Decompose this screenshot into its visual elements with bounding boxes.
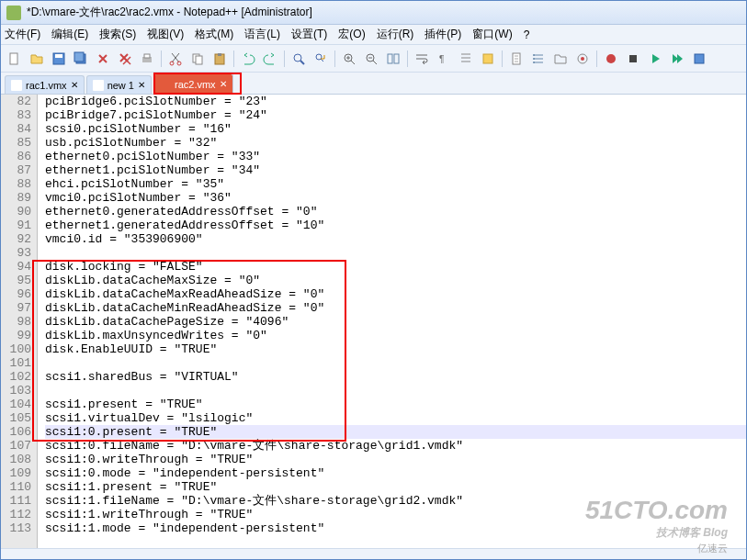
code-line[interactable]: ethernet1.pciSlotNumber = "34" xyxy=(45,163,746,177)
code-line[interactable]: diskLib.dataCacheMaxSize = "0" xyxy=(45,274,746,287)
svg-rect-0 xyxy=(10,53,17,64)
save-all-icon[interactable] xyxy=(71,49,91,69)
menubar: 文件(F) 编辑(E) 搜索(S) 视图(V) 格式(M) 语言(L) 设置(T… xyxy=(1,25,746,45)
code-line[interactable]: scsi1:1.writeThrough = "TRUE" xyxy=(45,508,746,521)
line-number: 82 xyxy=(1,95,31,108)
folder-workspace-icon[interactable] xyxy=(550,49,571,69)
code-line[interactable]: scsi1:0.mode = "independent-persistent" xyxy=(45,466,746,480)
code-line[interactable]: ethernet1.generatedAddressOffset = "10" xyxy=(45,218,746,232)
code-line[interactable]: scsi1.present = "TRUE" xyxy=(45,398,746,411)
code-line[interactable]: vmci0.id = "353906900" xyxy=(45,232,746,246)
tab-rac1[interactable]: rac1.vmx ✕ xyxy=(5,75,85,94)
code-line[interactable]: scsi1.sharedBus = "VIRTUAL" xyxy=(45,370,746,384)
line-number: 85 xyxy=(1,136,31,150)
user-lang-icon[interactable] xyxy=(478,49,498,69)
doc-map-icon[interactable] xyxy=(506,49,526,69)
line-number: 84 xyxy=(1,122,31,136)
play-macro-icon[interactable] xyxy=(645,49,665,69)
code-area[interactable]: pciBridge6.pciSlotNumber = "23"pciBridge… xyxy=(38,95,746,550)
line-number: 99 xyxy=(1,329,31,342)
code-line[interactable]: usb.pciSlotNumber = "32" xyxy=(45,136,746,150)
menu-edit[interactable]: 编辑(E) xyxy=(51,27,88,42)
open-file-icon[interactable] xyxy=(27,49,47,69)
code-line[interactable]: diskLib.dataCacheMaxReadAheadSize = "0" xyxy=(45,287,746,301)
tab-close-icon[interactable]: ✕ xyxy=(220,79,227,89)
new-file-icon[interactable] xyxy=(5,49,25,69)
toolbar-separator xyxy=(233,50,234,67)
menu-macro[interactable]: 宏(O) xyxy=(338,27,365,42)
line-number: 98 xyxy=(1,315,31,329)
menu-window[interactable]: 窗口(W) xyxy=(472,27,512,42)
code-line[interactable]: scsi1:1.fileName = "D:\vmare-文件\share-st… xyxy=(45,494,746,508)
paste-icon[interactable] xyxy=(209,49,230,69)
record-macro-icon[interactable] xyxy=(601,49,621,69)
code-line[interactable]: diskLib.dataCacheMinReadAheadSize = "0" xyxy=(45,301,746,315)
menu-format[interactable]: 格式(M) xyxy=(195,27,233,42)
code-line[interactable]: scsi1:0.fileName = "D:\vmare-文件\share-st… xyxy=(45,439,746,453)
svg-rect-12 xyxy=(218,53,221,56)
tab-close-icon[interactable]: ✕ xyxy=(71,80,78,90)
wordwrap-icon[interactable] xyxy=(412,49,432,69)
function-list-icon[interactable] xyxy=(528,49,549,69)
line-number: 107 xyxy=(1,439,31,453)
code-line[interactable]: disk.locking = "FALSE" xyxy=(45,260,746,274)
code-line[interactable]: scsi1.virtualDev = "lsilogic" xyxy=(45,411,746,425)
menu-plugins[interactable]: 插件(P) xyxy=(424,27,461,42)
code-line[interactable]: diskLib.maxUnsyncedWrites = "0" xyxy=(45,329,746,342)
code-line[interactable] xyxy=(45,356,746,370)
find-icon[interactable] xyxy=(289,49,309,69)
menu-file[interactable]: 文件(F) xyxy=(5,27,40,42)
sync-scroll-icon[interactable] xyxy=(383,49,403,69)
tab-rac2[interactable]: rac2.vmx ✕ xyxy=(153,73,233,94)
tab-new1[interactable]: new 1 ✕ xyxy=(86,75,152,94)
toolbar-separator xyxy=(596,50,597,67)
menu-language[interactable]: 语言(L) xyxy=(244,27,280,42)
code-line[interactable]: scsi1:1.present = "TRUE" xyxy=(45,480,746,494)
file-icon xyxy=(160,79,171,90)
tab-close-icon[interactable]: ✕ xyxy=(138,80,145,90)
code-line[interactable]: vmci0.pciSlotNumber = "36" xyxy=(45,191,746,205)
code-line[interactable]: ethernet0.generatedAddressOffset = "0" xyxy=(45,205,746,218)
code-line[interactable]: scsi1:1.mode = "independent-persistent" xyxy=(45,521,746,535)
svg-point-26 xyxy=(581,57,584,61)
line-number: 102 xyxy=(1,370,31,384)
zoom-in-icon[interactable] xyxy=(339,49,359,69)
monitoring-icon[interactable] xyxy=(572,49,593,69)
cloud-logo: 亿速云 xyxy=(697,542,728,555)
editor[interactable]: 8283848586878889909192939495969798991001… xyxy=(1,95,746,550)
undo-icon[interactable] xyxy=(238,49,258,69)
print-icon[interactable] xyxy=(137,49,157,69)
file-icon xyxy=(93,80,104,91)
code-line[interactable]: pciBridge7.pciSlotNumber = "24" xyxy=(45,108,746,122)
code-line[interactable]: scsi1:0.present = "TRUE" xyxy=(45,425,746,439)
code-line[interactable]: scsi1:0.writeThrough = "TRUE" xyxy=(45,453,746,466)
menu-run[interactable]: 运行(R) xyxy=(377,27,414,42)
code-line[interactable]: pciBridge6.pciSlotNumber = "23" xyxy=(45,95,746,108)
code-line[interactable]: scsi0.pciSlotNumber = "16" xyxy=(45,122,746,136)
menu-settings[interactable]: 设置(T) xyxy=(291,27,327,42)
code-line[interactable]: diskLib.dataCachePageSize = "4096" xyxy=(45,315,746,329)
menu-view[interactable]: 视图(V) xyxy=(147,27,184,42)
code-line[interactable]: ethernet0.pciSlotNumber = "33" xyxy=(45,150,746,163)
save-icon[interactable] xyxy=(49,49,69,69)
menu-search[interactable]: 搜索(S) xyxy=(99,27,136,42)
code-line[interactable]: ehci.pciSlotNumber = "35" xyxy=(45,177,746,191)
close-all-icon[interactable] xyxy=(115,49,135,69)
copy-icon[interactable] xyxy=(187,49,208,69)
close-icon[interactable] xyxy=(93,49,113,69)
file-icon xyxy=(11,80,22,91)
zoom-out-icon[interactable] xyxy=(361,49,381,69)
menu-help[interactable]: ? xyxy=(524,28,530,41)
indent-guide-icon[interactable] xyxy=(456,49,476,69)
stop-macro-icon[interactable] xyxy=(623,49,643,69)
show-all-chars-icon[interactable]: ¶ xyxy=(434,49,454,69)
save-macro-icon[interactable] xyxy=(689,49,709,69)
line-number: 91 xyxy=(1,218,31,232)
cut-icon[interactable] xyxy=(165,49,186,69)
replace-icon[interactable] xyxy=(311,49,331,69)
code-line[interactable] xyxy=(45,246,746,260)
code-line[interactable] xyxy=(45,384,746,398)
code-line[interactable]: disk.EnableUUID = "TRUE" xyxy=(45,342,746,356)
redo-icon[interactable] xyxy=(260,49,280,69)
play-multi-icon[interactable] xyxy=(667,49,687,69)
